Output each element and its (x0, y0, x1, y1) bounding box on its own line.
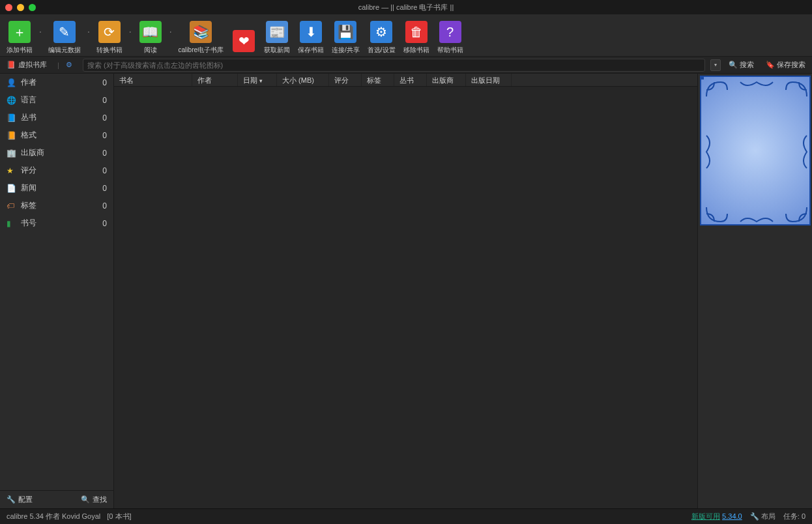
toolbar-prefs-button[interactable]: ⚙首选/设置 (365, 16, 398, 55)
wrench-icon: 🔧 (7, 495, 16, 504)
toolbar-connect-label: 连接/共享 (332, 46, 360, 55)
jobs-count: 0 (802, 512, 805, 520)
saved-search-button[interactable]: 🔖 保存搜索 (762, 59, 809, 71)
sidebar-list: 👤作者0🌐语言0📘丛书0📙格式0🏢出版商0★评分0📄新闻0🏷标签0▮书号0 (0, 74, 113, 490)
sidebar-item-series[interactable]: 📘丛书0 (0, 109, 113, 126)
column-header-rating[interactable]: 评分 (329, 74, 362, 86)
column-header-pubdate[interactable]: 出版日期 (466, 74, 512, 86)
sidebar-config-label: 配置 (18, 495, 33, 504)
toolbar-view-button[interactable]: 📖阅读 (136, 16, 166, 55)
toolbar-connect-button[interactable]: 💾连接/共享 (329, 16, 362, 55)
sidebar-item-label: 出版商 (21, 147, 44, 158)
search-dropdown[interactable]: ▾ (710, 59, 721, 71)
toolbar-library-label: calibre电子书库 (179, 46, 224, 55)
layout-button[interactable]: 🔧 布局 (750, 512, 776, 521)
update-available-label[interactable]: 新版可用 (691, 512, 720, 520)
wrench-icon: 🔧 (750, 512, 759, 520)
saved-search-label: 保存搜索 (777, 60, 805, 70)
sidebar-item-count: 0 (102, 96, 107, 105)
window-controls[interactable] (5, 4, 36, 11)
toolbar-fetch-label: 获取新闻 (264, 46, 290, 55)
toolbar-edit-button[interactable]: ✎编辑元数据 (46, 16, 83, 55)
toolbar-library-button[interactable]: 📚calibre电子书库 (176, 16, 226, 55)
search-button[interactable]: 🔍 搜索 (725, 59, 758, 71)
window-title: calibre — || calibre 电子书库 || (358, 3, 454, 12)
jobs-label: 任务: (783, 512, 800, 520)
maximize-window-icon[interactable] (29, 4, 36, 11)
toolbar-convert-button[interactable]: ⟳转换书籍 (94, 16, 125, 55)
search-input[interactable] (87, 61, 701, 69)
news-icon: 📄 (7, 184, 16, 193)
bookmark-icon: 🔖 (766, 61, 775, 69)
sidebar-find-button[interactable]: 🔍 查找 (81, 495, 107, 504)
library-icon: 📚 (188, 20, 213, 44)
sidebar-find-label: 查找 (93, 495, 107, 504)
column-header-tags[interactable]: 标签 (362, 74, 394, 86)
book-list-area: 书名作者日期大小 (MB)评分标签丛书出版商出版日期 (114, 74, 697, 508)
sidebar-item-author[interactable]: 👤作者0 (0, 74, 113, 91)
sidebar-item-rating[interactable]: ★评分0 (0, 162, 113, 179)
tag-icon: 🏷 (7, 201, 16, 211)
sidebar-item-count: 0 (102, 219, 107, 228)
sidebar-item-label: 标签 (21, 200, 36, 211)
minimize-window-icon[interactable] (17, 4, 24, 11)
sidebar-item-lang[interactable]: 🌐语言0 (0, 91, 113, 109)
column-header-size[interactable]: 大小 (MB) (277, 74, 329, 86)
update-version[interactable]: 5.34.0 (722, 512, 742, 520)
jobs-indicator[interactable]: 任务: 0 (783, 512, 805, 521)
sidebar-item-count: 0 (102, 201, 107, 211)
sidebar-item-count: 0 (102, 78, 107, 87)
search-input-wrap[interactable] (83, 59, 705, 72)
sidebar-item-label: 丛书 (21, 112, 36, 123)
sidebar-config-button[interactable]: 🔧 配置 (7, 495, 33, 504)
column-header-author[interactable]: 作者 (192, 74, 238, 86)
connect-icon: 💾 (333, 20, 358, 44)
gear-icon[interactable]: ⚙ (66, 61, 72, 69)
sidebar-item-pub[interactable]: 🏢出版商0 (0, 144, 113, 162)
sidebar-item-label: 语言 (21, 95, 36, 106)
toolbar-remove-label: 移除书籍 (403, 46, 429, 55)
column-header-publisher[interactable]: 出版商 (427, 74, 466, 86)
table-header: 书名作者日期大小 (MB)评分标签丛书出版商出版日期 (114, 74, 697, 87)
convert-icon: ⟳ (97, 20, 122, 44)
main-area: 👤作者0🌐语言0📘丛书0📙格式0🏢出版商0★评分0📄新闻0🏷标签0▮书号0 🔧 … (0, 74, 812, 508)
view-icon: 📖 (138, 20, 163, 44)
toolbar-fetch-button[interactable]: 📰获取新闻 (261, 16, 293, 55)
sidebar-item-label: 作者 (21, 77, 36, 88)
sidebar-item-format[interactable]: 📙格式0 (0, 126, 113, 144)
version-text: calibre 5.34 作者 Kovid Goyal (7, 512, 100, 521)
sidebar-item-count: 0 (102, 149, 107, 158)
donate-icon: ❤ (231, 29, 256, 53)
column-header-title[interactable]: 书名 (114, 74, 192, 86)
toolbar-save-button[interactable]: ⬇保存书籍 (295, 16, 326, 55)
sidebar-item-count: 0 (102, 166, 107, 175)
toolbar-save-label: 保存书籍 (298, 46, 324, 55)
toolbar-add-button[interactable]: ＋添加书籍 (4, 16, 35, 55)
virtual-library-label: 虚拟书库 (18, 60, 47, 70)
toolbar-remove-button[interactable]: 🗑移除书籍 (401, 16, 432, 55)
pub-icon: 🏢 (7, 149, 16, 158)
add-icon: ＋ (7, 20, 32, 44)
book-cover-placeholder[interactable] (700, 76, 811, 226)
table-body[interactable] (114, 87, 697, 508)
virtual-library-button[interactable]: 📕 虚拟书库 (3, 59, 51, 71)
prefs-icon: ⚙ (369, 20, 394, 44)
search-button-label: 搜索 (740, 60, 754, 70)
series-icon: 📘 (7, 113, 16, 123)
sidebar-footer: 🔧 配置 🔍 查找 (0, 490, 113, 508)
titlebar: calibre — || calibre 电子书库 || (0, 0, 812, 14)
column-header-series[interactable]: 丛书 (394, 74, 427, 86)
toolbar-help-button[interactable]: ?帮助书籍 (435, 16, 466, 55)
toolbar-add-label: 添加书籍 (7, 46, 33, 55)
rating-icon: ★ (7, 166, 16, 175)
toolbar-donate-button[interactable]: ❤ (229, 16, 259, 55)
tag-browser-sidebar: 👤作者0🌐语言0📘丛书0📙格式0🏢出版商0★评分0📄新闻0🏷标签0▮书号0 🔧 … (0, 74, 114, 508)
sidebar-item-tag[interactable]: 🏷标签0 (0, 197, 113, 214)
sidebar-item-news[interactable]: 📄新闻0 (0, 179, 113, 197)
sidebar-item-id[interactable]: ▮书号0 (0, 214, 113, 232)
column-header-date[interactable]: 日期 (238, 74, 277, 86)
sidebar-item-count: 0 (102, 131, 107, 140)
close-window-icon[interactable] (5, 4, 12, 11)
toolbar-help-label: 帮助书籍 (437, 46, 463, 55)
book-count: [0 本书] (107, 512, 131, 521)
